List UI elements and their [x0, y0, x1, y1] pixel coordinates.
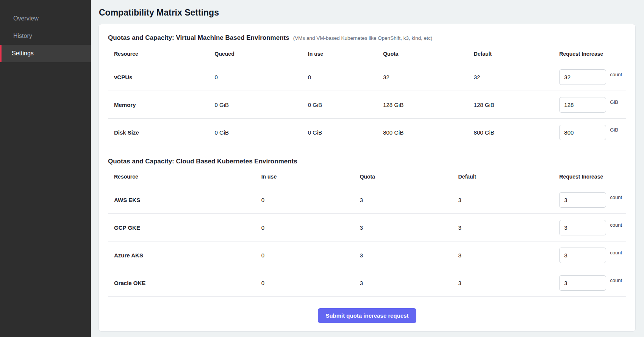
in-use-value: 0: [258, 269, 357, 297]
in-use-value: 0 GiB: [305, 91, 380, 119]
submit-quota-increase-button[interactable]: Submit quota increase request: [318, 308, 416, 323]
request-increase-cell: GiB: [556, 91, 626, 119]
vcpus-request-input[interactable]: [559, 69, 606, 85]
memory-request-input[interactable]: [559, 97, 606, 113]
resource-name: GCP GKE: [108, 214, 258, 241]
resource-name: Disk Size: [108, 119, 212, 146]
column-header-request-increase: Request Increase: [556, 47, 626, 63]
in-use-value: 0 GiB: [305, 119, 380, 146]
quota-value: 3: [357, 186, 455, 214]
app-window: Overview History Settings Compatibility …: [0, 0, 644, 337]
resource-name: Oracle OKE: [108, 269, 258, 297]
quota-value: 32: [380, 63, 470, 91]
unit-label: GiB: [610, 127, 618, 133]
k8s-table-header-row: Resource In use Quota Default Request In…: [108, 170, 626, 186]
azure-aks-request-input[interactable]: [559, 248, 606, 263]
request-increase-cell: count: [556, 214, 626, 241]
page-title: Compatibility Matrix Settings: [99, 8, 636, 18]
submit-button-row: Submit quota increase request: [108, 308, 626, 323]
resource-name: vCPUs: [108, 63, 212, 91]
column-header-queued: Queued: [212, 47, 305, 63]
oracle-oke-request-input[interactable]: [559, 275, 606, 291]
column-header-quota: Quota: [380, 47, 470, 63]
unit-label: count: [610, 250, 622, 255]
vm-section-title: Quotas and Capacity: Virtual Machine Bas…: [108, 34, 289, 42]
table-row-memory: Memory 0 GiB 0 GiB 128 GiB 128 GiB GiB: [108, 91, 626, 119]
queued-value: 0 GiB: [212, 91, 305, 119]
in-use-value: 0: [258, 186, 357, 214]
column-header-in-use: In use: [258, 170, 357, 186]
column-header-request-increase: Request Increase: [556, 170, 626, 186]
unit-label: count: [610, 72, 622, 77]
column-header-default: Default: [455, 170, 556, 186]
column-header-default: Default: [471, 47, 556, 63]
default-value: 800 GiB: [471, 119, 556, 146]
column-header-in-use: In use: [305, 47, 380, 63]
column-header-quota: Quota: [357, 170, 455, 186]
column-header-resource: Resource: [108, 47, 212, 63]
quota-value: 3: [357, 214, 455, 241]
request-increase-cell: count: [556, 241, 626, 269]
table-row-oracle-oke: Oracle OKE 0 3 3 count: [108, 269, 626, 297]
quota-value: 3: [357, 269, 455, 297]
resource-name: AWS EKS: [108, 186, 258, 214]
quota-value: 3: [357, 241, 455, 269]
gcp-gke-request-input[interactable]: [559, 220, 606, 235]
vm-quota-table: Resource Queued In use Quota Default Req…: [108, 47, 626, 146]
k8s-section-title: Quotas and Capacity: Cloud Based Kuberne…: [108, 158, 297, 165]
resource-name: Azure AKS: [108, 241, 258, 269]
unit-label: count: [610, 222, 622, 228]
table-row-vcpus: vCPUs 0 0 32 32 count: [108, 63, 626, 91]
sidebar-item-overview[interactable]: Overview: [0, 10, 91, 27]
request-increase-cell: count: [556, 269, 626, 297]
quota-value: 800 GiB: [380, 119, 470, 146]
request-increase-cell: count: [556, 63, 626, 91]
table-row-gcp-gke: GCP GKE 0 3 3 count: [108, 214, 626, 241]
quota-value: 128 GiB: [380, 91, 470, 119]
in-use-value: 0: [305, 63, 380, 91]
table-row-aws-eks: AWS EKS 0 3 3 count: [108, 186, 626, 214]
unit-label: count: [610, 277, 622, 283]
queued-value: 0 GiB: [212, 119, 305, 146]
default-value: 3: [455, 241, 556, 269]
request-increase-cell: GiB: [556, 119, 626, 146]
main-content: Compatibility Matrix Settings Quotas and…: [91, 0, 644, 337]
aws-eks-request-input[interactable]: [559, 192, 606, 208]
default-value: 32: [471, 63, 556, 91]
request-increase-cell: count: [556, 186, 626, 214]
default-value: 128 GiB: [471, 91, 556, 119]
default-value: 3: [455, 269, 556, 297]
default-value: 3: [455, 214, 556, 241]
default-value: 3: [455, 186, 556, 214]
queued-value: 0: [212, 63, 305, 91]
vm-section-subtitle: (VMs and VM-based Kubernetes like OpenSh…: [293, 35, 433, 41]
column-header-resource: Resource: [108, 170, 258, 186]
vm-table-header-row: Resource Queued In use Quota Default Req…: [108, 47, 626, 63]
resource-name: Memory: [108, 91, 212, 119]
table-row-azure-aks: Azure AKS 0 3 3 count: [108, 241, 626, 269]
table-row-disk-size: Disk Size 0 GiB 0 GiB 800 GiB 800 GiB Gi…: [108, 119, 626, 146]
in-use-value: 0: [258, 214, 357, 241]
sidebar-item-settings[interactable]: Settings: [0, 45, 91, 62]
in-use-value: 0: [258, 241, 357, 269]
k8s-section-header: Quotas and Capacity: Cloud Based Kuberne…: [108, 158, 626, 165]
vm-section-header: Quotas and Capacity: Virtual Machine Bas…: [108, 34, 626, 42]
disk-size-request-input[interactable]: [559, 125, 606, 140]
quota-settings-card: Quotas and Capacity: Virtual Machine Bas…: [98, 24, 636, 332]
sidebar: Overview History Settings: [0, 0, 91, 337]
unit-label: count: [610, 194, 622, 200]
k8s-quota-table: Resource In use Quota Default Request In…: [108, 170, 626, 297]
sidebar-item-history[interactable]: History: [0, 27, 91, 45]
unit-label: GiB: [610, 99, 618, 105]
